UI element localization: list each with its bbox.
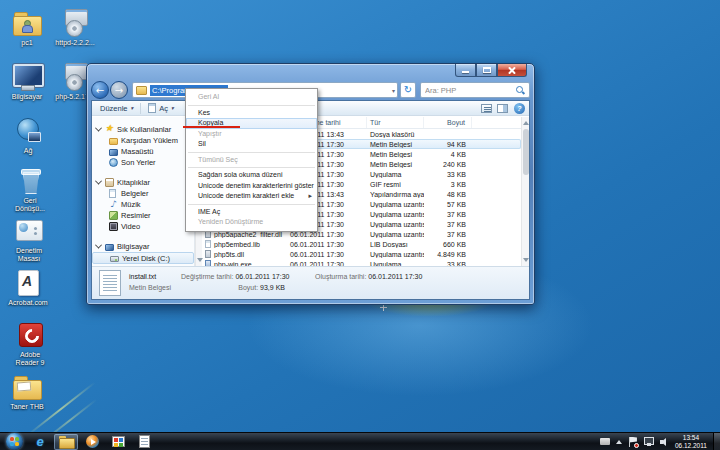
details-modified-value: 06.01.2011 17:30 — [235, 273, 289, 280]
sidebar-item-music[interactable]: Müzik — [92, 199, 194, 210]
taskbar-item-explorer[interactable] — [54, 434, 78, 450]
taskbar-clock[interactable]: 13:54 06.12.2011 — [675, 434, 707, 449]
show-desktop-button[interactable] — [713, 433, 720, 450]
sidebar-item-video[interactable]: Video — [92, 221, 194, 232]
menu-item-reconversion[interactable]: Yeniden Dönüştürme — [186, 217, 317, 228]
minimize-button[interactable] — [455, 64, 476, 77]
organize-button[interactable]: Düzenle — [96, 102, 137, 115]
desktop-icon-denetim-masasi[interactable]: Denetim Masası — [6, 216, 52, 263]
change-view-icon[interactable] — [481, 104, 492, 113]
back-button[interactable] — [91, 81, 109, 99]
desktop-icon-geri-donusum[interactable]: Geri Dönüşü... — [8, 166, 52, 213]
sidebar-item-desktop[interactable]: Masaüstü — [92, 146, 194, 157]
forward-button[interactable] — [110, 81, 128, 99]
volume-icon[interactable] — [660, 437, 670, 446]
document-icon — [148, 103, 156, 113]
table-row[interactable]: php5embed.lib06.01.2011 17:30LIB Dosyası… — [202, 239, 521, 249]
file-list-scrollbar[interactable] — [521, 117, 529, 266]
taskbar-item-paint[interactable] — [106, 434, 130, 450]
desktop: pc1 httpd-2.2.2... Bilgisayar php-5.2.17… — [0, 0, 720, 450]
menu-item-rtl-reading[interactable]: Sağdan sola okuma düzeni — [186, 170, 317, 181]
close-button[interactable] — [497, 64, 527, 77]
desktop-icon-ag[interactable]: Ağ — [8, 116, 48, 155]
notepad-icon — [139, 435, 150, 448]
sidebar-item-downloads[interactable]: Karşıdan Yüklem — [92, 135, 194, 146]
library-icon — [105, 178, 114, 187]
sidebar-item-label: Yerel Disk (C:) — [122, 254, 170, 263]
menu-item-paste[interactable]: Yapıştır — [186, 129, 317, 140]
expander-icon[interactable] — [95, 125, 102, 132]
file-size: 37 KB — [424, 221, 472, 228]
column-header-size[interactable]: Boyut — [424, 117, 472, 128]
file-type: Uygulama uzantısı — [367, 221, 424, 228]
organize-label: Düzenle — [100, 104, 128, 113]
scroll-down-icon[interactable] — [523, 258, 529, 262]
details-size-value: 93,9 KB — [260, 284, 285, 291]
open-label: Aç — [159, 104, 168, 113]
show-hidden-icons-arrow[interactable] — [616, 440, 622, 444]
open-button[interactable]: Aç — [144, 102, 178, 115]
network-tray-icon[interactable] — [644, 437, 654, 446]
menu-separator — [188, 204, 315, 205]
menu-item-select-all[interactable]: Tümünü Seç — [186, 155, 317, 166]
help-icon[interactable]: ? — [514, 103, 525, 114]
expander-icon[interactable] — [95, 242, 102, 249]
menu-item-cut[interactable]: Kes — [186, 108, 317, 119]
scroll-up-icon[interactable] — [523, 121, 529, 125]
desktop-icon-httpd[interactable]: httpd-2.2.2... — [53, 8, 97, 47]
table-row[interactable]: php5ts.dll06.01.2011 17:30Uygulama uzant… — [202, 249, 521, 259]
desktop-icon-taner[interactable]: Taner THB — [4, 372, 50, 411]
refresh-button[interactable] — [400, 82, 416, 98]
sidebar-header-favorites[interactable]: Sık Kullanılanlar — [92, 124, 194, 135]
system-tray: 13:54 06.12.2011 — [600, 433, 720, 450]
menu-item-ime[interactable]: IME Aç — [186, 207, 317, 218]
adobe-reader-icon — [14, 320, 46, 350]
start-button[interactable] — [6, 433, 23, 450]
action-center-flag-icon[interactable] — [629, 437, 638, 447]
sidebar-header-computer[interactable]: Bilgisayar — [92, 241, 194, 252]
sidebar-header-libraries[interactable]: Kitaplıklar — [92, 177, 194, 188]
sidebar-item-documents[interactable]: Belgeler — [92, 188, 194, 199]
search-icon — [515, 85, 525, 95]
search-text[interactable]: Ara: PHP — [425, 86, 515, 95]
taskbar-item-media-player[interactable] — [80, 434, 104, 450]
desktop-icon-adobe-reader[interactable]: Adobe Reader 9 — [8, 320, 52, 367]
taskbar: e 13:54 06.12.2011 — [0, 432, 720, 450]
menu-separator — [188, 105, 315, 106]
maximize-button[interactable] — [476, 64, 497, 77]
file-type: Uygulama uzantısı — [367, 251, 424, 258]
sidebar-header-label: Kitaplıklar — [117, 178, 150, 187]
menu-item-show-unicode[interactable]: Unicode denetim karakterlerini göster — [186, 181, 317, 192]
desktop-icon-pc1[interactable]: pc1 — [7, 8, 47, 47]
search-box[interactable]: Ara: PHP — [420, 82, 530, 98]
file-size: 37 KB — [424, 211, 472, 218]
file-type: Uygulama — [367, 171, 424, 178]
column-header-type[interactable]: Tür — [367, 117, 424, 128]
taskbar-item-ie[interactable]: e — [28, 434, 52, 450]
sidebar-item-pictures[interactable]: Resimler — [92, 210, 194, 221]
star-icon — [105, 125, 114, 134]
details-modified-label: Değiştirme tarihi: — [181, 273, 234, 280]
sidebar-item-label: Masaüstü — [121, 147, 154, 156]
picture-icon — [109, 211, 118, 220]
table-row[interactable]: php-win.exe06.01.2011 17:30Uygulama33 KB — [202, 259, 521, 266]
taskbar-item-notepad[interactable] — [132, 434, 156, 450]
sidebar-item-label: Video — [121, 222, 140, 231]
sidebar-item-recent[interactable]: Son Yerler — [92, 157, 194, 168]
expander-icon[interactable] — [95, 178, 102, 185]
menu-item-undo[interactable]: Geri Al — [186, 92, 317, 103]
chevron-down-icon[interactable] — [392, 87, 395, 94]
language-keyboard-icon[interactable] — [600, 438, 610, 445]
scrollbar-thumb[interactable] — [523, 129, 529, 175]
close-icon — [508, 66, 516, 74]
details-file-name: install.txt — [129, 271, 181, 282]
menu-item-delete[interactable]: Sil — [186, 139, 317, 150]
file-name: php5embed.lib — [202, 240, 287, 248]
menu-item-insert-unicode[interactable]: Unicode denetim karakteri ekle — [186, 191, 317, 202]
desktop-icon-acrobat[interactable]: Acrobat.com — [2, 268, 54, 307]
file-date: 06.01.2011 17:30 — [287, 241, 367, 248]
preview-pane-icon[interactable] — [497, 104, 508, 113]
sidebar-item-disk-c[interactable]: Yerel Disk (C:) — [92, 252, 194, 264]
file-type: Metin Belgesi — [367, 161, 424, 168]
desktop-icon-bilgisayar[interactable]: Bilgisayar — [4, 62, 50, 101]
